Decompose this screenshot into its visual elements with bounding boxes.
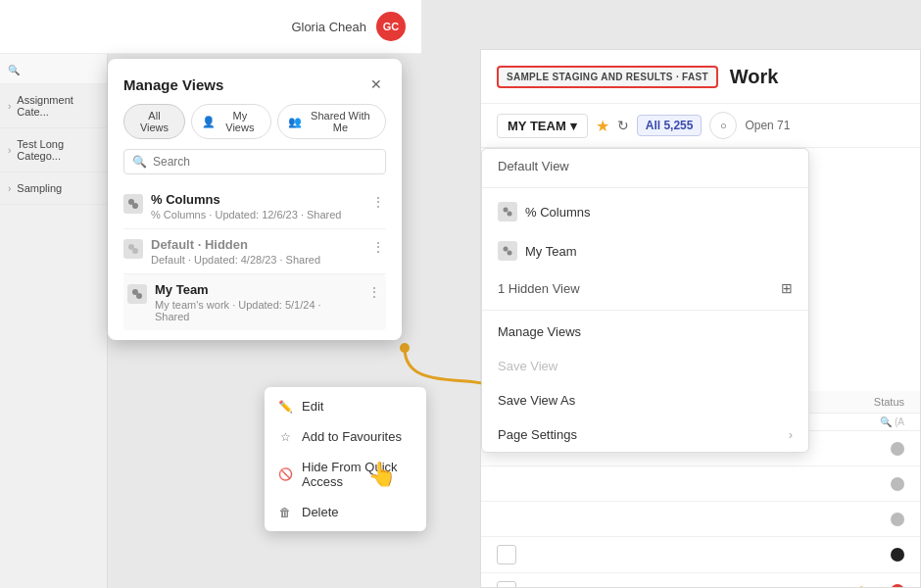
top-bar: Gloria Cheah GC	[0, 0, 421, 54]
search-wrap[interactable]: 🔍	[123, 149, 386, 174]
dropdown-columns[interactable]: % Columns	[482, 192, 808, 231]
view-item-default[interactable]: Default · Hidden Default · Updated: 4/28…	[123, 229, 386, 274]
user-name: Gloria Cheah	[291, 20, 366, 34]
view-desc-text: % Columns	[151, 209, 206, 220]
context-hide[interactable]: 🚫 Hide From Quick Access	[265, 452, 426, 497]
tab-all-views[interactable]: All Views	[123, 104, 185, 139]
chevron-down-icon: ▾	[570, 119, 577, 133]
page-title: Work	[730, 66, 779, 88]
dropdown-default-view[interactable]: Default View	[482, 149, 808, 183]
status-indicator	[891, 442, 904, 456]
right-header: SAMPLE STAGING AND RESULTS · FAST Work	[481, 50, 920, 104]
svg-point-6	[504, 208, 509, 213]
svg-point-1	[132, 203, 138, 209]
view-desc3: My team's work · Updated: 5/1/24 · Share…	[155, 299, 359, 322]
svg-point-10	[400, 343, 410, 353]
tab-shared-views[interactable]: 👥 Shared With Me	[277, 104, 386, 139]
dropdown-save-view[interactable]: Save View	[482, 349, 808, 383]
view-item-columns[interactable]: % Columns % Columns · Updated: 12/6/23 ·…	[123, 184, 386, 229]
row-checkbox[interactable]	[497, 545, 516, 564]
sidebar-item-label: Assignment Cate...	[17, 94, 99, 118]
tabs-row: All Views 👤 My Views 👥 Shared With Me	[108, 104, 402, 149]
view-info: % Columns % Columns · Updated: 12/6/23 ·…	[151, 192, 363, 220]
dropdown-icon-row: % Columns	[498, 202, 590, 221]
views-dropdown: Default View % Columns My Team	[481, 148, 809, 453]
page-settings-label: Page Settings	[498, 427, 577, 442]
dropdown-myteam-label: My Team	[525, 244, 577, 259]
dropdown-save-view-as[interactable]: Save View As	[482, 383, 808, 417]
sidebar-item-label: Sampling	[17, 182, 99, 194]
right-panel: SAMPLE STAGING AND RESULTS · FAST Work M…	[480, 49, 921, 588]
manage-views-modal: Manage Views ✕ All Views 👤 My Views 👥 Sh…	[108, 59, 402, 340]
star-icon: ☆	[278, 430, 292, 444]
team-label: MY TEAM	[508, 119, 566, 133]
sidebar-item-test[interactable]: › Test Long Catego...	[0, 128, 107, 172]
svg-point-3	[132, 248, 138, 254]
hidden-view-label: 1 Hidden View	[498, 281, 580, 296]
chevron-icon: ›	[8, 145, 11, 156]
status-indicator	[891, 477, 904, 491]
tab-my-views[interactable]: 👤 My Views	[191, 104, 271, 139]
refresh-icon[interactable]: ↻	[617, 118, 629, 133]
views-list: % Columns % Columns · Updated: 12/6/23 ·…	[108, 184, 402, 340]
dropdown-hidden-view[interactable]: 1 Hidden View ⊞	[482, 270, 808, 306]
status-indicator	[891, 513, 904, 526]
sidebar-item-sampling[interactable]: › Sampling	[0, 172, 107, 205]
right-toolbar: MY TEAM ▾ ★ ↻ All 5,255 ○ Open 71	[481, 104, 920, 148]
tab-shared-label: Shared With Me	[306, 110, 375, 133]
view-meta: · Updated: 12/6/23 · Shared	[209, 209, 341, 220]
shared-icon-sm2	[498, 241, 517, 261]
shared-icon: 👥	[288, 116, 302, 128]
svg-point-9	[508, 251, 512, 256]
view-icon-shared	[123, 194, 143, 214]
save-view-as-label: Save View As	[498, 393, 575, 408]
favourite-icon[interactable]: ★	[596, 117, 609, 135]
avatar[interactable]: GC	[376, 12, 406, 41]
dropdown-page-settings[interactable]: Page Settings ›	[482, 417, 808, 452]
table-row	[481, 537, 920, 573]
dropdown-myteam[interactable]: My Team	[482, 231, 808, 270]
open-label: Open 71	[745, 119, 790, 132]
search-row: 🔍	[108, 149, 402, 184]
divider2	[482, 310, 808, 311]
svg-point-5	[136, 293, 142, 299]
hidden-view-icon: ⊞	[781, 280, 793, 296]
flag-icon: ⚑	[858, 584, 869, 588]
context-delete-label: Delete	[302, 505, 339, 519]
shared-icon-sm	[498, 202, 517, 221]
modal-title: Manage Views	[123, 76, 223, 93]
manage-views-label: Manage Views	[498, 324, 581, 339]
context-favourites[interactable]: ☆ Add to Favourites	[265, 421, 426, 452]
table-row	[481, 502, 920, 537]
close-button[interactable]: ✕	[366, 74, 386, 94]
table-row: ⚑ 1	[481, 573, 920, 588]
view-more-button[interactable]: ⋮	[370, 194, 386, 210]
view-more-button3[interactable]: ⋮	[366, 284, 382, 300]
view-desc: % Columns · Updated: 12/6/23 · Shared	[151, 209, 363, 220]
edit-icon: ✏️	[278, 400, 292, 414]
delete-icon: 🗑	[278, 506, 292, 519]
view-more-button2[interactable]: ⋮	[370, 239, 386, 255]
context-edit[interactable]: ✏️ Edit	[265, 391, 426, 421]
view-item-myteam[interactable]: My Team My team's work · Updated: 5/1/24…	[123, 274, 386, 330]
view-icon-shared2	[123, 239, 143, 259]
chevron-icon: ›	[8, 183, 11, 194]
team-dropdown[interactable]: MY TEAM ▾	[497, 114, 588, 138]
circle-filter-btn[interactable]: ○	[709, 112, 737, 139]
count-badge[interactable]: All 5,255	[637, 115, 703, 136]
save-view-label: Save View	[498, 359, 557, 373]
dropdown-manage-views[interactable]: Manage Views	[482, 315, 808, 349]
row-checkbox2[interactable]	[497, 581, 516, 588]
context-delete[interactable]: 🗑 Delete	[265, 497, 426, 527]
divider	[482, 187, 808, 188]
status-col-header: Status	[874, 396, 904, 408]
status-search-area: 🔍 (A	[880, 416, 904, 427]
dropdown-item-label: Default View	[498, 159, 569, 173]
sidebar-search-icon: 🔍	[8, 65, 20, 75]
sidebar-item-assignment[interactable]: › Assignment Cate...	[0, 84, 107, 128]
table-row	[481, 466, 920, 502]
search-input[interactable]	[153, 155, 377, 169]
status-indicator	[891, 584, 904, 588]
status-indicator	[891, 548, 904, 562]
context-fav-label: Add to Favourites	[302, 429, 402, 444]
